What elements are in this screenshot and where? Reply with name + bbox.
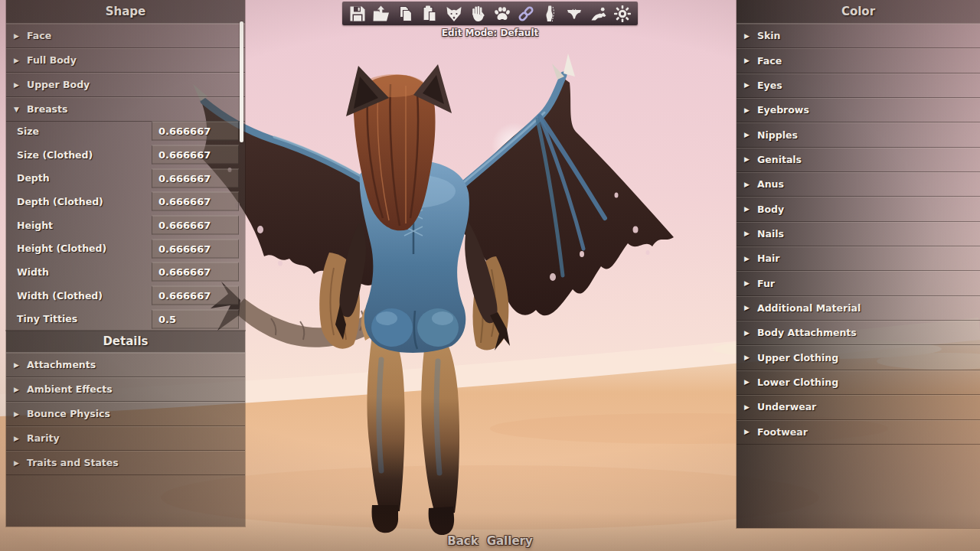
shape-panel-title: Shape — [6, 0, 245, 24]
shape-panel: Shape ▶Face▶Full Body▶Upper Body▼Breasts… — [6, 0, 245, 331]
section-upper-clothing[interactable]: ▶Upper Clothing — [737, 345, 980, 370]
section-label: Eyes — [757, 80, 782, 91]
section-additional-material[interactable]: ▶Additional Material — [737, 296, 980, 321]
slider-label: Height (Clothed) — [17, 243, 106, 254]
slider-row-width: Width0.666667 — [6, 260, 245, 284]
shape-scrollbar[interactable] — [240, 21, 243, 142]
section-bounce-physics[interactable]: ▶Bounce Physics — [6, 402, 245, 426]
underwear-button[interactable] — [564, 3, 585, 24]
section-rarity[interactable]: ▶Rarity — [6, 426, 245, 451]
chevron-right-icon: ▶ — [744, 304, 757, 311]
section-breasts[interactable]: ▼Breasts — [6, 97, 245, 122]
slider-value: 0.5 — [158, 313, 176, 324]
section-label: Anus — [757, 178, 784, 190]
chevron-right-icon: ▶ — [744, 255, 757, 262]
section-face[interactable]: ▶Face — [6, 24, 245, 48]
chevron-right-icon: ▶ — [744, 230, 757, 237]
chevron-right-icon: ▶ — [14, 459, 27, 467]
section-traits-and-states[interactable]: ▶Traits and States — [6, 451, 245, 475]
details-panel-title: Details — [6, 331, 245, 353]
section-label: Lower Clothing — [757, 377, 838, 388]
chevron-right-icon: ▶ — [744, 181, 757, 188]
slider-value: 0.666667 — [158, 149, 211, 161]
depth-clothed-value-field[interactable]: 0.666667 — [152, 192, 239, 211]
section-ambient-effects[interactable]: ▶Ambient Effects — [6, 377, 245, 402]
color-sections: ▶Skin▶Face▶Eyes▶Eyebrows▶Nipples▶Genital… — [737, 24, 980, 445]
section-label: Footwear — [757, 426, 808, 438]
paste-button[interactable] — [419, 3, 440, 24]
fox-button[interactable] — [443, 3, 465, 24]
chevron-right-icon: ▶ — [744, 32, 757, 40]
hand-button[interactable] — [467, 3, 488, 24]
section-body-attachments[interactable]: ▶Body Attachments — [737, 321, 980, 345]
footer-bar: Back Gallery — [0, 534, 980, 548]
figure-button[interactable] — [540, 3, 561, 24]
section-fur[interactable]: ▶Fur — [737, 271, 980, 295]
section-label: Breasts — [27, 103, 67, 115]
section-eyes[interactable]: ▶Eyes — [737, 73, 980, 98]
slider-value: 0.666667 — [158, 290, 211, 302]
back-button[interactable]: Back — [447, 534, 478, 548]
section-lower-clothing[interactable]: ▶Lower Clothing — [737, 370, 980, 395]
chevron-right-icon: ▶ — [744, 329, 757, 337]
save-button[interactable] — [347, 3, 368, 24]
section-face[interactable]: ▶Face — [737, 48, 980, 73]
section-label: Face — [757, 55, 782, 67]
height-clothed-value-field[interactable]: 0.666667 — [152, 239, 239, 258]
size-clothed-value-field[interactable]: 0.666667 — [152, 145, 239, 165]
paw-icon — [493, 5, 511, 23]
section-label: Rarity — [27, 432, 60, 444]
color-panel: Color ▶Skin▶Face▶Eyes▶Eyebrows▶Nipples▶G… — [737, 0, 980, 528]
height-value-field[interactable]: 0.666667 — [152, 216, 239, 235]
copy-button[interactable] — [395, 3, 416, 24]
chevron-right-icon: ▶ — [744, 131, 757, 139]
color-panel-title: Color — [737, 0, 980, 24]
settings-icon — [613, 5, 632, 23]
section-nails[interactable]: ▶Nails — [737, 222, 980, 246]
section-hair[interactable]: ▶Hair — [737, 246, 980, 271]
chevron-right-icon: ▶ — [14, 57, 27, 64]
slider-label: Width — [17, 266, 49, 278]
slider-row-tiny-titties: Tiny Titties0.5 — [6, 307, 245, 331]
settings-button[interactable] — [612, 3, 633, 24]
section-eyebrows[interactable]: ▶Eyebrows — [737, 98, 980, 122]
section-label: Skin — [757, 30, 781, 41]
slider-value: 0.666667 — [158, 243, 211, 254]
chevron-right-icon: ▶ — [14, 32, 27, 40]
chevron-right-icon: ▶ — [744, 106, 757, 114]
section-footwear[interactable]: ▶Footwear — [737, 420, 980, 445]
width-clothed-value-field[interactable]: 0.666667 — [152, 286, 239, 305]
section-underwear[interactable]: ▶Underwear — [737, 395, 980, 419]
section-genitals[interactable]: ▶Genitals — [737, 148, 980, 172]
section-skin[interactable]: ▶Skin — [737, 24, 980, 48]
load-button[interactable] — [371, 3, 392, 24]
width-value-field[interactable]: 0.666667 — [152, 262, 239, 282]
section-label: Upper Clothing — [757, 352, 838, 364]
details-panel: Details ▶Attachments▶Ambient Effects▶Bou… — [6, 331, 245, 527]
fox-icon — [445, 5, 463, 23]
size-value-field[interactable]: 0.666667 — [152, 122, 239, 141]
slider-row-size-clothed: Size (Clothed)0.666667 — [6, 143, 245, 167]
section-label: Attachments — [27, 359, 96, 370]
paw-button[interactable] — [492, 3, 513, 24]
slider-label: Size — [17, 126, 39, 137]
chevron-right-icon: ▶ — [744, 81, 757, 89]
chevron-right-icon: ▶ — [14, 361, 27, 369]
section-full-body[interactable]: ▶Full Body — [6, 48, 245, 73]
tiny-titties-value-field[interactable]: 0.5 — [152, 309, 239, 328]
section-label: Body — [757, 204, 784, 215]
depth-value-field[interactable]: 0.666667 — [152, 168, 239, 187]
gallery-button[interactable]: Gallery — [487, 534, 533, 548]
section-label: Fur — [757, 278, 775, 289]
section-attachments[interactable]: ▶Attachments — [6, 353, 245, 377]
save-icon — [348, 5, 367, 23]
section-nipples[interactable]: ▶Nipples — [737, 122, 980, 147]
section-body[interactable]: ▶Body — [737, 197, 980, 221]
section-upper-body[interactable]: ▶Upper Body — [6, 73, 245, 97]
pose-button[interactable] — [588, 3, 609, 24]
chevron-right-icon: ▶ — [14, 81, 27, 89]
slider-row-depth-clothed: Depth (Clothed)0.666667 — [6, 190, 245, 214]
link-button[interactable] — [515, 3, 537, 24]
slider-value: 0.666667 — [158, 126, 211, 137]
section-anus[interactable]: ▶Anus — [737, 172, 980, 197]
